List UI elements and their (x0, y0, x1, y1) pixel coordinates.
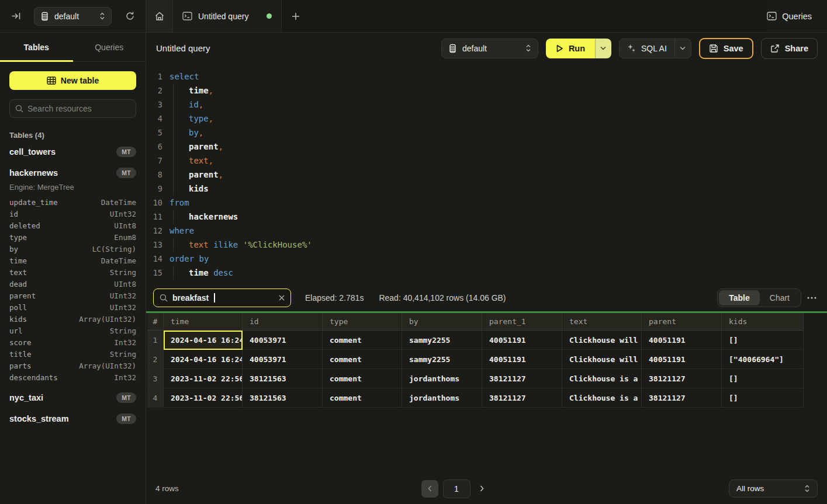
queries-button[interactable]: Queries (767, 12, 812, 21)
sql-ai-options-button[interactable] (674, 39, 691, 58)
table-grid-icon (47, 77, 56, 85)
column-header-time[interactable]: time (164, 313, 243, 331)
table-cell[interactable]: [] (722, 369, 804, 388)
page-number-input[interactable] (443, 479, 470, 498)
table-item-cell_towers[interactable]: cell_towersMT (9, 143, 136, 161)
column-type: DateTime (101, 198, 136, 207)
column-header-parent[interactable]: parent (642, 313, 722, 331)
column-header-id[interactable]: id (243, 313, 323, 331)
home-button[interactable] (146, 0, 173, 32)
table-cell[interactable]: 40051191 (642, 350, 722, 369)
save-button[interactable]: Save (699, 38, 753, 59)
table-cell[interactable]: 40051191 (642, 331, 722, 350)
column-header-by[interactable]: by (402, 313, 482, 331)
sidebar-tab-tables[interactable]: Tables (0, 33, 73, 61)
tab-untitled-query[interactable]: Untitled query (173, 0, 282, 32)
table-cell[interactable]: comment (323, 350, 402, 369)
table-cell[interactable]: Clickhouse is a … (562, 388, 642, 408)
run-button[interactable]: Run (546, 39, 595, 58)
table-cell[interactable]: [] (722, 331, 804, 350)
query-database-selector[interactable]: default (441, 39, 538, 58)
indent-guide (173, 126, 174, 140)
run-options-button[interactable] (595, 39, 611, 58)
table-cell[interactable]: 38121563 (243, 388, 323, 408)
selected-cell[interactable]: 2024-04-16 16:24… (164, 331, 243, 350)
table-cell[interactable]: Clickhouse is a … (562, 369, 642, 388)
topbar-left: default (0, 0, 146, 32)
results-search[interactable]: breakfast (153, 289, 291, 307)
table-cell[interactable]: 40053971 (243, 350, 323, 369)
table-cell[interactable]: [] (722, 388, 804, 408)
column-header-type[interactable]: type (323, 313, 402, 331)
table-cell[interactable]: comment (323, 369, 402, 388)
share-button[interactable]: Share (761, 38, 818, 59)
column-row: byLC(String) (9, 243, 136, 255)
view-toggle-table[interactable]: Table (719, 290, 760, 305)
new-table-button[interactable]: New table (9, 71, 136, 90)
collapse-sidebar-button[interactable] (8, 8, 24, 25)
table-cell[interactable]: 38121563 (243, 369, 323, 388)
table-item-nyc_taxi[interactable]: nyc_taxiMT (9, 389, 136, 406)
column-name: score (9, 338, 32, 347)
results-search-value: breakfast (172, 293, 209, 303)
editor-line: 10from (146, 196, 827, 210)
column-header-text[interactable]: text (562, 313, 642, 331)
table-cell[interactable]: 2023-11-02 22:56… (164, 369, 243, 388)
column-header-kids[interactable]: kids (722, 313, 804, 331)
editor-line: 15time desc (146, 266, 827, 280)
view-toggle-chart[interactable]: Chart (760, 290, 800, 305)
table-cell[interactable]: 2024-04-16 16:24… (164, 350, 243, 369)
column-header-num[interactable]: # (147, 313, 164, 331)
table-item-stocks_stream[interactable]: stocks_streamMT (9, 410, 136, 427)
table-cell[interactable]: ["40066964"] (722, 350, 804, 369)
table-cell[interactable]: jordanthoms (402, 388, 482, 408)
column-name: poll (9, 303, 27, 312)
table-cell[interactable]: 38121127 (482, 388, 562, 408)
table-cell[interactable]: 38121127 (482, 369, 562, 388)
next-page-button[interactable] (475, 480, 489, 498)
column-list: update_timeDateTimeidUInt32deletedUInt8t… (9, 196, 136, 383)
refresh-button[interactable] (122, 8, 138, 25)
top-bar: default Untitled query (0, 0, 827, 33)
table-cell[interactable]: sammy2255 (402, 331, 482, 350)
editor-line: 8parent, (146, 168, 827, 182)
column-type: UInt32 (110, 291, 136, 300)
page-size-selector[interactable]: All rows (729, 479, 818, 498)
line-number: 5 (146, 128, 162, 137)
table-cell[interactable]: comment (323, 388, 402, 408)
clear-search-button[interactable] (279, 295, 285, 301)
editor-line: 12where (146, 224, 827, 238)
play-icon (556, 44, 563, 53)
line-number: 6 (146, 142, 162, 151)
table-cell[interactable]: 40051191 (482, 350, 562, 369)
sql-ai-button[interactable]: SQL AI (620, 39, 674, 58)
sidebar-search-input[interactable] (27, 104, 130, 113)
table-cell[interactable]: jordanthoms (402, 369, 482, 388)
table-cell[interactable]: Clickhouse will … (562, 350, 642, 369)
sidebar-content: New table Tables (4) cell_towersMThacker… (0, 62, 146, 504)
column-header-parent_1[interactable]: parent_1 (482, 313, 562, 331)
table-cell[interactable]: 2023-11-02 22:56… (164, 388, 243, 408)
column-row: pollUInt32 (9, 301, 136, 313)
column-type: UInt32 (110, 210, 136, 218)
table-item-hackernews[interactable]: hackernewsMT (9, 164, 136, 182)
tables-list: cell_towersMThackernewsMTEngine: MergeTr… (9, 143, 136, 427)
editor-line: 2time, (146, 84, 827, 98)
code-token: kids (189, 184, 209, 193)
sql-editor[interactable]: 1select2time,3id,4type,5by,6parent,7text… (146, 64, 827, 284)
table-cell[interactable]: 38121127 (642, 369, 722, 388)
database-selector[interactable]: default (34, 7, 112, 26)
results-more-button[interactable] (807, 297, 816, 299)
editor-line: 7text, (146, 154, 827, 168)
line-number: 3 (146, 100, 162, 109)
table-cell[interactable]: 38121127 (642, 388, 722, 408)
table-cell[interactable]: sammy2255 (402, 350, 482, 369)
previous-page-button[interactable] (421, 480, 438, 498)
new-tab-button[interactable] (282, 0, 310, 32)
table-cell[interactable]: comment (323, 331, 402, 350)
table-cell[interactable]: Clickhouse will … (562, 331, 642, 350)
table-cell[interactable]: 40051191 (482, 331, 562, 350)
table-cell[interactable]: 40053971 (243, 331, 323, 350)
text-caret (214, 293, 215, 303)
sidebar-tab-queries[interactable]: Queries (73, 33, 146, 61)
